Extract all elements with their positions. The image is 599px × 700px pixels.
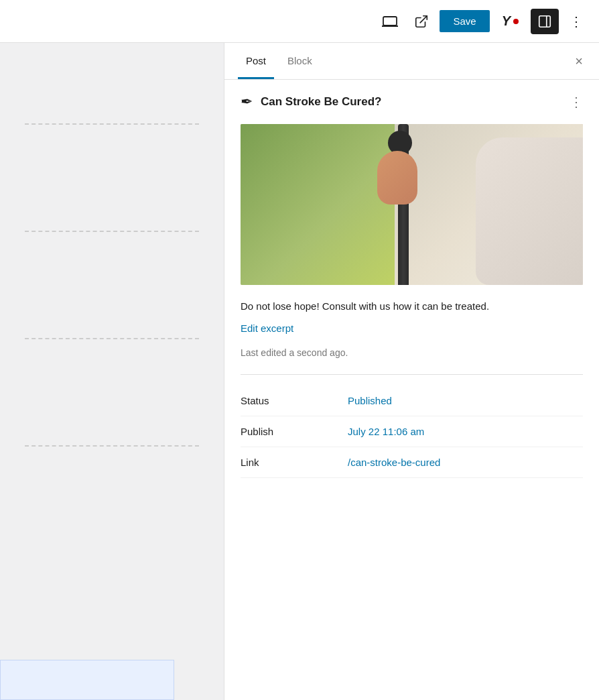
svg-rect-3 <box>539 15 551 27</box>
dashed-divider-2 <box>25 231 199 232</box>
sidebar-icon <box>537 14 552 29</box>
laptop-view-button[interactable] <box>377 8 403 35</box>
tab-block[interactable]: Block <box>279 43 320 79</box>
excerpt-text: Do not lose hope! Consult with us how it… <box>241 298 583 314</box>
sidebar-panel: Post Block × ✒ Can Stroke Be Cured? ⋮ <box>224 43 599 700</box>
external-link-button[interactable] <box>409 9 434 34</box>
link-label: Link <box>241 457 348 468</box>
publish-value[interactable]: July 22 11:06 am <box>348 426 424 437</box>
post-options-button[interactable]: ⋮ <box>570 94 583 110</box>
featured-image[interactable] <box>241 124 583 285</box>
panel-content: ✒ Can Stroke Be Cured? ⋮ Do not lose hop… <box>224 80 599 700</box>
close-sidebar-button[interactable]: × <box>572 51 586 72</box>
yoast-logo: Y <box>502 13 511 29</box>
external-link-icon <box>414 14 429 29</box>
dashed-divider-4 <box>25 445 199 447</box>
main-layout: Post Block × ✒ Can Stroke Be Cured? ⋮ <box>0 43 599 700</box>
link-value[interactable]: /can-stroke-be-cured <box>348 457 440 468</box>
post-title: Can Stroke Be Cured? <box>261 95 570 109</box>
status-row: Status Published <box>241 386 583 416</box>
yoast-button[interactable]: Y <box>495 9 525 33</box>
dashed-divider-1 <box>25 123 199 125</box>
laptop-icon <box>382 13 398 30</box>
tab-post[interactable]: Post <box>238 43 274 79</box>
more-options-button[interactable]: ⋮ <box>564 8 588 35</box>
last-edited-text: Last edited a second ago. <box>241 347 583 358</box>
featured-image-visual <box>241 124 583 285</box>
svg-line-2 <box>421 15 427 22</box>
publish-label: Publish <box>241 426 348 437</box>
save-button[interactable]: Save <box>440 10 489 32</box>
dashed-divider-3 <box>25 338 199 339</box>
svg-rect-0 <box>383 17 397 25</box>
status-divider <box>241 374 583 375</box>
yoast-status-dot <box>513 19 519 24</box>
post-title-row: ✒ Can Stroke Be Cured? ⋮ <box>241 93 583 111</box>
link-row: Link /can-stroke-be-cured <box>241 447 583 478</box>
top-toolbar: Save Y ⋮ <box>0 0 599 43</box>
image-body <box>476 137 583 285</box>
editor-area <box>0 43 224 700</box>
publish-row: Publish July 22 11:06 am <box>241 416 583 447</box>
status-value[interactable]: Published <box>348 395 392 406</box>
image-hand <box>377 151 417 205</box>
status-label: Status <box>241 395 348 406</box>
editor-block-placeholder <box>0 660 174 700</box>
edit-excerpt-link[interactable]: Edit excerpt <box>241 323 293 334</box>
sidebar-toggle-button[interactable] <box>531 9 559 34</box>
post-type-icon: ✒ <box>241 93 253 111</box>
tabs-header: Post Block × <box>224 43 599 80</box>
